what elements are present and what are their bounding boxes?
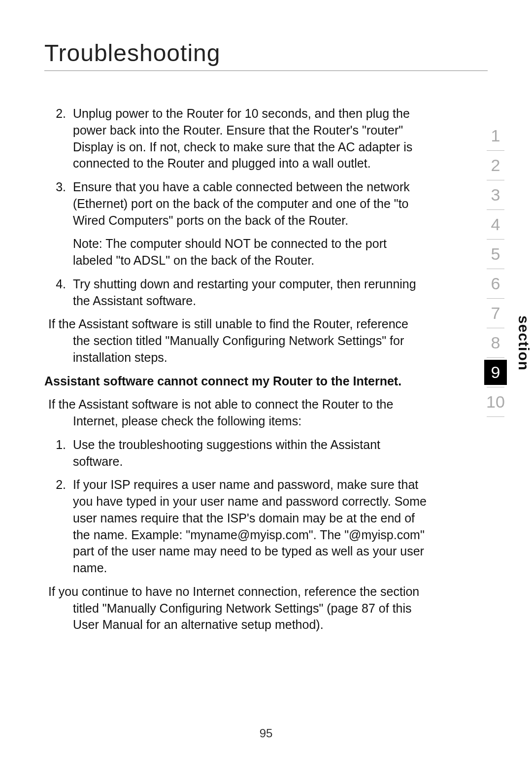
page: Troubleshooting 2. Unplug power to the R…	[0, 0, 532, 760]
list-item: 4. Try shutting down and restarting your…	[44, 276, 429, 310]
item-number: 2.	[44, 477, 73, 577]
nav-item-8[interactable]: 8	[484, 330, 507, 355]
nav-item-2[interactable]: 2	[484, 153, 507, 178]
nav-separator	[487, 387, 504, 387]
list-item: 2. If your ISP requires a user name and …	[44, 477, 429, 577]
nav-separator	[487, 239, 504, 240]
nav-item-5[interactable]: 5	[484, 242, 507, 267]
nav-separator	[487, 269, 504, 269]
paragraph: If you continue to have no Internet conn…	[48, 584, 429, 633]
list-item: 1. Use the troubleshooting suggestions w…	[44, 437, 429, 470]
nav-separator	[487, 180, 504, 180]
item-note: Note: The computer should NOT be connect…	[73, 236, 429, 269]
list-item: 2. Unplug power to the Router for 10 sec…	[44, 105, 429, 172]
nav-separator	[487, 150, 504, 151]
nav-item-1[interactable]: 1	[484, 123, 507, 148]
item-text: If your ISP requires a user name and pas…	[73, 477, 429, 577]
nav-separator	[487, 209, 504, 210]
list-item: 3. Ensure that you have a cable connecte…	[44, 179, 429, 229]
nav-item-7[interactable]: 7	[484, 301, 507, 326]
title-rule	[44, 70, 488, 71]
item-text: Ensure that you have a cable connected b…	[73, 179, 429, 229]
paragraph-line: If the Assistant software is still unabl…	[48, 316, 429, 333]
paragraph: If the Assistant software is still unabl…	[48, 316, 429, 366]
paragraph-line: If the Assistant software is not able to…	[48, 396, 429, 413]
nav-item-10[interactable]: 10	[484, 389, 507, 415]
nav-separator	[487, 416, 504, 417]
nav-item-4[interactable]: 4	[484, 212, 507, 237]
nav-separator	[487, 328, 504, 328]
nav-item-9-current[interactable]: 9	[484, 360, 507, 385]
paragraph-line: Internet, please check the following ite…	[73, 413, 429, 430]
body-text: 2. Unplug power to the Router for 10 sec…	[44, 105, 429, 633]
item-text: Try shutting down and restarting your co…	[73, 276, 429, 310]
paragraph-line: If you continue to have no Internet conn…	[48, 584, 429, 600]
nav-item-6[interactable]: 6	[484, 271, 507, 296]
item-number: 2.	[44, 105, 73, 172]
section-nav: 1 2 3 4 5 6 7 8 9 10	[481, 123, 510, 419]
item-text: Use the troubleshooting suggestions with…	[73, 437, 429, 470]
item-number: 1.	[44, 437, 73, 470]
paragraph-line: titled "Manually Configuring Network Set…	[73, 600, 429, 634]
side-label: section	[515, 315, 532, 371]
item-number: 4.	[44, 276, 73, 310]
item-number: 3.	[44, 179, 73, 229]
section-heading: Assistant software cannot connect my Rou…	[44, 373, 429, 390]
paragraph: If the Assistant software is not able to…	[48, 396, 429, 430]
item-text: Unplug power to the Router for 10 second…	[73, 105, 429, 172]
paragraph-line: the section titled "Manually Configuring…	[73, 333, 429, 366]
page-number: 95	[0, 726, 532, 740]
nav-separator	[487, 298, 504, 299]
nav-separator	[487, 357, 504, 358]
nav-item-3[interactable]: 3	[484, 182, 507, 207]
page-title: Troubleshooting	[44, 39, 488, 67]
